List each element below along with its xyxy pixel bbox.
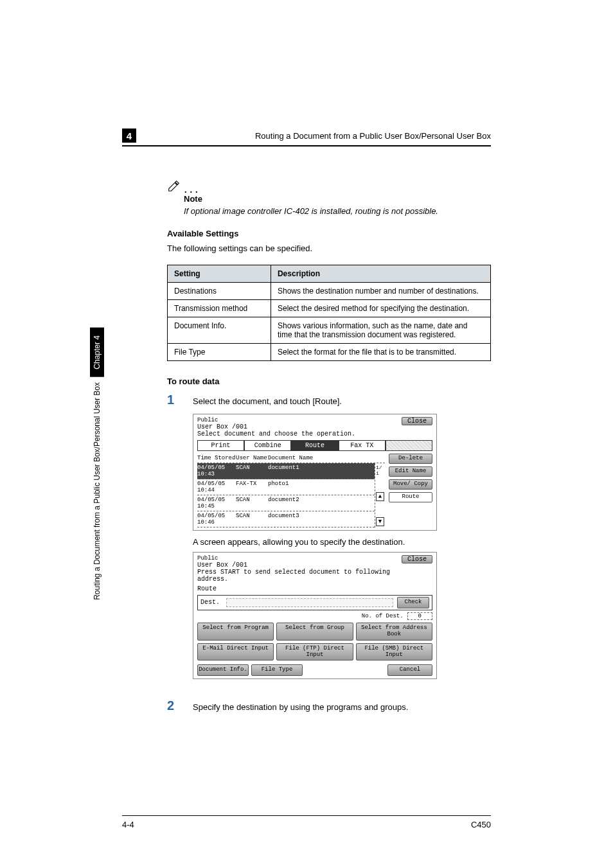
- delete-button[interactable]: De-lete: [389, 454, 432, 464]
- cell-setting: Transmission method: [168, 300, 271, 317]
- move-copy-button[interactable]: Move/ Copy: [389, 479, 432, 490]
- doc-row[interactable]: 04/05/05 10:46 SCAN document3: [197, 511, 375, 527]
- step-number: 2: [167, 698, 176, 713]
- to-route-heading: To route data: [167, 376, 491, 386]
- cell-time: 04/05/05 10:44: [197, 481, 236, 493]
- col-user: User Name: [236, 455, 268, 461]
- cell-setting: File Type: [168, 344, 271, 361]
- route-button[interactable]: Route: [389, 492, 432, 502]
- sidebar-chapter: Chapter 4: [90, 328, 104, 377]
- cell-doc: document2: [268, 497, 375, 509]
- cell-description: Select the desired method for specifying…: [271, 300, 490, 317]
- select-from-addressbook-button[interactable]: Select from Address Book: [356, 623, 432, 641]
- edit-name-button[interactable]: Edit Name: [389, 466, 432, 477]
- cell-setting: Destinations: [168, 283, 271, 300]
- doc-row[interactable]: 04/05/05 10:43 SCAN document1: [197, 463, 375, 479]
- table-row: File Type Select the format for the file…: [168, 344, 491, 361]
- footer-page: 4-4: [122, 820, 134, 829]
- numdest-value: 0: [407, 612, 432, 620]
- cell-doc: photo1: [268, 481, 375, 493]
- tab-combine[interactable]: Combine: [244, 440, 291, 451]
- close-button[interactable]: Close: [402, 417, 432, 425]
- scroll-up-icon[interactable]: ▲: [376, 492, 384, 501]
- step1-result-text: A screen appears, allowing you to specif…: [193, 537, 491, 547]
- cell-time: 04/05/05 10:43: [197, 465, 236, 477]
- lcd2-subtext: Press START to send selected document to…: [197, 569, 402, 583]
- lcd1-title1: Public: [197, 417, 355, 423]
- note-text: If optional image controller IC-402 is i…: [184, 206, 491, 216]
- table-row: Document Info. Shows various information…: [168, 317, 491, 344]
- col-doc: Document Name: [268, 455, 385, 461]
- sidebar-title: Routing a Document from a Public User Bo…: [93, 377, 102, 605]
- cancel-button[interactable]: Cancel: [387, 664, 432, 676]
- route-label: Route: [197, 585, 432, 592]
- smb-direct-input-button[interactable]: File (SMB) Direct Input: [356, 643, 432, 661]
- select-from-program-button[interactable]: Select from Program: [197, 623, 274, 641]
- cell-doc: document3: [268, 513, 375, 526]
- close-button[interactable]: Close: [402, 555, 432, 563]
- lcd2-title1: Public: [197, 555, 402, 562]
- cell-user: SCAN: [236, 497, 268, 509]
- col-time: Time Stored: [197, 455, 236, 461]
- ellipsis-icon: ...: [184, 185, 200, 191]
- available-settings-heading: Available Settings: [167, 229, 491, 238]
- page-indicator: 1/ 1: [376, 465, 384, 476]
- table-header-setting: Setting: [168, 265, 271, 283]
- note-label: Note: [184, 194, 491, 204]
- cell-description: Shows the destination number and number …: [271, 283, 490, 300]
- cell-user: SCAN: [236, 513, 268, 526]
- step-text: Select the document, and touch [Route].: [193, 396, 342, 406]
- table-header-description: Description: [271, 265, 490, 283]
- dest-label: Dest.: [200, 599, 226, 606]
- table-row: Destinations Shows the destination numbe…: [168, 283, 491, 300]
- page-footer: 4-4 C450: [122, 815, 491, 829]
- document-info-button[interactable]: Document Info.: [197, 664, 249, 676]
- numdest-label: No. of Dest.: [362, 613, 404, 619]
- page-header: 4 Routing a Document from a Public User …: [122, 128, 491, 143]
- footer-model: C450: [471, 820, 491, 829]
- cell-description: Shows various information, such as the n…: [271, 317, 490, 344]
- step-text: Specify the destination by using the pro…: [193, 702, 408, 712]
- pencil-icon: [167, 179, 181, 193]
- cell-user: SCAN: [236, 465, 268, 477]
- tab-blank: [386, 440, 432, 451]
- cell-description: Select the format for the file that is t…: [271, 344, 490, 361]
- doc-row[interactable]: 04/05/05 10:45 SCAN document2: [197, 495, 375, 511]
- dest-row: Dest. Check: [197, 595, 432, 610]
- tab-print[interactable]: Print: [197, 440, 244, 451]
- available-settings-intro: The following settings can be specified.: [167, 244, 491, 253]
- settings-table: Setting Description Destinations Shows t…: [167, 265, 491, 361]
- cell-time: 04/05/05 10:46: [197, 513, 236, 526]
- step-2: 2 Specify the destination by using the p…: [167, 698, 491, 713]
- header-rule: [122, 145, 491, 146]
- doc-row[interactable]: 04/05/05 10:44 FAX-TX photo1: [197, 479, 375, 495]
- lcd-screen-2: Public User Box /001 Press START to send…: [193, 552, 437, 679]
- side-tab: Chapter 4 Routing a Document from a Publ…: [89, 328, 105, 732]
- step-number: 1: [167, 393, 176, 407]
- scroll-down-icon[interactable]: ▼: [376, 517, 384, 526]
- running-title: Routing a Document from a Public User Bo…: [141, 131, 491, 141]
- cell-doc: document1: [268, 465, 375, 477]
- doc-list-header: Time Stored User Name Document Name: [197, 454, 385, 463]
- cell-setting: Document Info.: [168, 317, 271, 344]
- dest-field: [226, 598, 393, 607]
- lcd2-title2: User Box /001: [197, 562, 402, 569]
- tab-route[interactable]: Route: [291, 440, 338, 451]
- file-type-button[interactable]: File Type: [251, 664, 303, 676]
- cell-user: FAX-TX: [236, 481, 268, 493]
- table-row: Transmission method Select the desired m…: [168, 300, 491, 317]
- chapter-number-box: 4: [122, 128, 136, 143]
- select-from-group-button[interactable]: Select from Group: [276, 623, 353, 641]
- tab-fax[interactable]: Fax TX: [339, 440, 386, 451]
- lcd1-subtext: Select document and choose the operation…: [197, 430, 355, 438]
- lcd1-title2: User Box /001: [197, 423, 355, 430]
- lcd-screen-1: Public User Box /001 Select document and…: [193, 414, 437, 531]
- check-button[interactable]: Check: [397, 597, 429, 608]
- email-direct-input-button[interactable]: E-Mail Direct Input: [197, 643, 274, 661]
- ftp-direct-input-button[interactable]: File (FTP) Direct Input: [276, 643, 353, 661]
- step-1: 1 Select the document, and touch [Route]…: [167, 393, 491, 407]
- cell-time: 04/05/05 10:45: [197, 497, 236, 509]
- note-icon-row: ...: [167, 179, 491, 193]
